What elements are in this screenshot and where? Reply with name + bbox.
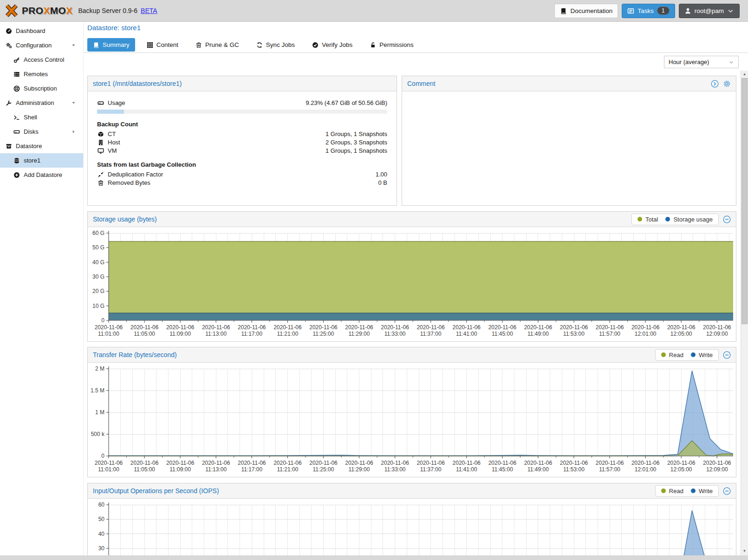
sidebar-item-subscription[interactable]: Subscription bbox=[0, 81, 83, 96]
documentation-button[interactable]: Documentation bbox=[554, 4, 618, 18]
svg-text:11:05:00: 11:05:00 bbox=[134, 331, 155, 337]
tab-verify-jobs[interactable]: Verify Jobs bbox=[306, 38, 358, 52]
chart-legend: ReadWrite bbox=[655, 485, 719, 497]
vertical-scrollbar[interactable]: ▲ ▼ bbox=[741, 71, 748, 560]
chart-canvas-wrap: 010 G20 G30 G40 G50 G60 G2020-11-0611:01… bbox=[88, 228, 736, 341]
sidebar-item-administration[interactable]: Administration bbox=[0, 96, 83, 110]
book-icon bbox=[560, 7, 567, 14]
sidebar-item-store1[interactable]: store1 bbox=[0, 153, 83, 168]
svg-text:12:01:00: 12:01:00 bbox=[635, 466, 657, 473]
legend-item-read[interactable]: Read bbox=[661, 352, 683, 358]
product-name: Backup Server 0.9-6 bbox=[78, 7, 137, 14]
svg-text:2020-11-06: 2020-11-06 bbox=[130, 460, 159, 466]
row-value: 1.00 bbox=[376, 171, 387, 178]
sidebar-item-shell[interactable]: Shell bbox=[0, 110, 83, 124]
legend-item-storage-usage[interactable]: Storage usage bbox=[665, 216, 713, 223]
svg-text:50: 50 bbox=[98, 516, 105, 522]
caret-down-icon bbox=[70, 43, 78, 48]
legend-item-read[interactable]: Read bbox=[661, 488, 683, 495]
row-value: 1 Groups, 1 Snapshots bbox=[325, 147, 387, 154]
svg-text:40: 40 bbox=[98, 531, 105, 537]
tab-separator bbox=[84, 52, 748, 53]
svg-text:2020-11-06: 2020-11-06 bbox=[166, 324, 195, 331]
minus-circle-icon[interactable] bbox=[723, 351, 731, 359]
hdd-icon bbox=[97, 100, 104, 106]
key-icon bbox=[13, 57, 20, 63]
sidebar-item-label: Subscription bbox=[24, 85, 57, 92]
cube-icon bbox=[97, 131, 104, 137]
svg-text:60: 60 bbox=[98, 501, 105, 508]
svg-text:2020-11-06: 2020-11-06 bbox=[381, 460, 409, 466]
svg-text:1.5 M: 1.5 M bbox=[91, 387, 104, 394]
gc-row-deduplication-factor: Deduplication Factor1.00 bbox=[97, 171, 387, 178]
svg-text:12:05:00: 12:05:00 bbox=[670, 331, 692, 337]
legend-item-total[interactable]: Total bbox=[637, 216, 658, 223]
sidebar-item-disks[interactable]: Disks bbox=[0, 124, 83, 139]
sidebar-item-label: Datastore bbox=[16, 143, 42, 150]
legend-dot bbox=[691, 488, 696, 493]
user-menu-button[interactable]: root@pam bbox=[679, 4, 740, 18]
svg-text:11:37:00: 11:37:00 bbox=[420, 466, 442, 473]
chart-title: Storage usage (bytes) bbox=[93, 215, 157, 223]
archive-icon bbox=[5, 143, 13, 150]
comment-panel: Comment bbox=[402, 76, 736, 206]
tasks-button[interactable]: Tasks 1 bbox=[622, 4, 675, 18]
minus-circle-icon[interactable] bbox=[723, 487, 731, 495]
chevron-down-icon bbox=[728, 59, 734, 65]
svg-text:11:45:00: 11:45:00 bbox=[492, 466, 513, 473]
beta-link[interactable]: BETA bbox=[141, 7, 157, 14]
sidebar: DashboardConfigurationAccess ControlRemo… bbox=[0, 22, 84, 560]
legend-item-write[interactable]: Write bbox=[691, 352, 713, 358]
legend-label: Write bbox=[699, 488, 713, 495]
scroll-down-button[interactable]: ▼ bbox=[741, 547, 748, 554]
row-label: CT bbox=[108, 130, 116, 137]
sidebar-item-remotes[interactable]: Remotes bbox=[0, 67, 83, 81]
svg-text:2020-11-06: 2020-11-06 bbox=[631, 324, 660, 331]
svg-text:2020-11-06: 2020-11-06 bbox=[202, 460, 230, 466]
legend-dot bbox=[665, 217, 670, 221]
svg-text:2020-11-06: 2020-11-06 bbox=[667, 324, 696, 331]
svg-text:11:13:00: 11:13:00 bbox=[205, 466, 227, 473]
sidebar-item-add-datastore[interactable]: Add Datastore bbox=[0, 168, 83, 182]
chart-header: Storage usage (bytes) TotalStorage usage bbox=[88, 212, 736, 227]
iops-chart-panel: Input/Output Operations per Second (IOPS… bbox=[87, 483, 736, 560]
usage-row: Usage 9.23% (4.67 GiB of 50.56 GiB) bbox=[97, 99, 387, 106]
tab-prune-gc[interactable]: Prune & GC bbox=[190, 38, 245, 52]
legend-dot bbox=[691, 352, 696, 357]
sidebar-item-label: Administration bbox=[16, 99, 54, 106]
svg-text:11:01:00: 11:01:00 bbox=[98, 466, 119, 473]
gear-icon[interactable] bbox=[723, 80, 731, 88]
sidebar-item-dashboard[interactable]: Dashboard bbox=[0, 24, 83, 38]
svg-text:11:13:00: 11:13:00 bbox=[205, 331, 227, 337]
svg-text:11:21:00: 11:21:00 bbox=[277, 466, 298, 473]
tab-sync-jobs[interactable]: Sync Jobs bbox=[251, 38, 300, 52]
sidebar-item-configuration[interactable]: Configuration bbox=[0, 38, 83, 52]
tab-content[interactable]: Content bbox=[141, 38, 184, 52]
svg-text:11:09:00: 11:09:00 bbox=[169, 466, 191, 473]
sidebar-item-access-control[interactable]: Access Control bbox=[0, 52, 83, 67]
svg-text:20 G: 20 G bbox=[92, 288, 104, 294]
svg-text:1 M: 1 M bbox=[95, 409, 104, 416]
svg-text:11:45:00: 11:45:00 bbox=[492, 331, 513, 337]
svg-text:11:21:00: 11:21:00 bbox=[277, 331, 298, 337]
scroll-up-button[interactable]: ▲ bbox=[741, 71, 748, 78]
minus-circle-icon[interactable] bbox=[723, 215, 731, 223]
svg-text:12:01:00: 12:01:00 bbox=[635, 331, 657, 337]
backup-count-heading: Backup Count bbox=[97, 121, 387, 128]
range-select[interactable]: Hour (average) bbox=[664, 56, 739, 68]
sidebar-item-datastore[interactable]: Datastore bbox=[0, 139, 83, 153]
chart-title: Input/Output Operations per Second (IOPS… bbox=[93, 487, 219, 495]
legend-item-write[interactable]: Write bbox=[691, 488, 713, 495]
user-icon bbox=[684, 7, 691, 14]
chart-legend: ReadWrite bbox=[655, 349, 719, 361]
scroll-thumb[interactable] bbox=[741, 78, 748, 324]
tab-summary[interactable]: Summary bbox=[87, 38, 135, 52]
tab-permissions[interactable]: Permissions bbox=[364, 38, 419, 52]
svg-text:11:09:00: 11:09:00 bbox=[169, 331, 191, 337]
chevron-right-circle-icon[interactable] bbox=[711, 80, 719, 88]
tab-label: Prune & GC bbox=[205, 41, 239, 48]
svg-text:11:41:00: 11:41:00 bbox=[456, 466, 477, 473]
svg-text:2020-11-06: 2020-11-06 bbox=[596, 460, 624, 466]
window-bottom-edge bbox=[0, 555, 748, 560]
row-label: Host bbox=[108, 139, 120, 146]
